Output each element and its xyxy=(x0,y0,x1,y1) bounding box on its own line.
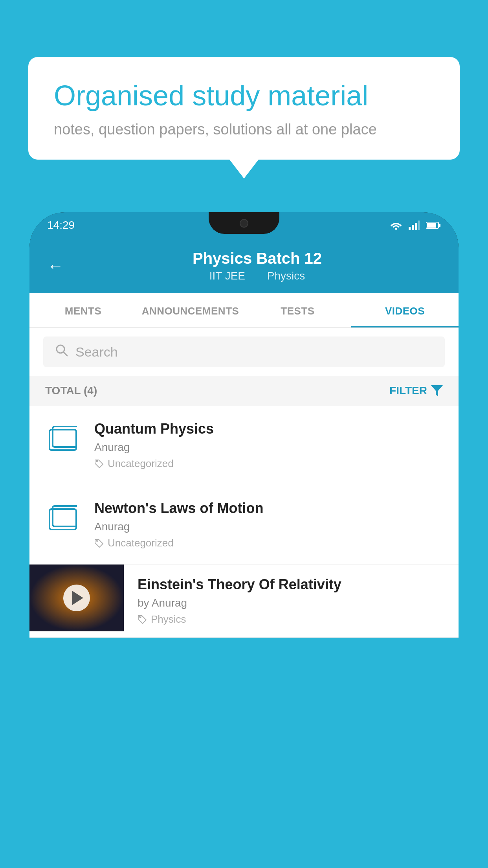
tag-icon xyxy=(138,615,147,624)
svg-rect-4 xyxy=(418,221,420,230)
item-text: Quantum Physics Anurag Uncategorized xyxy=(94,421,443,470)
item-title: Quantum Physics xyxy=(94,421,443,437)
item-tag-text: Uncategorized xyxy=(108,458,174,470)
header-subtitle-left: IIT JEE xyxy=(209,270,245,282)
tab-announcements[interactable]: ANNOUNCEMENTS xyxy=(137,293,244,327)
list-item[interactable]: Quantum Physics Anurag Uncategorized xyxy=(29,406,459,485)
play-triangle-icon xyxy=(72,591,83,605)
item-tag: Uncategorized xyxy=(94,537,443,549)
item-icon-wrap xyxy=(45,421,81,456)
item-tag-text: Physics xyxy=(151,613,186,625)
speech-bubble: Organised study material notes, question… xyxy=(28,57,460,160)
status-bar: 14:29 xyxy=(29,212,459,238)
video-item-text: Einstein's Theory Of Relativity by Anura… xyxy=(124,565,459,637)
bubble-title: Organised study material xyxy=(54,79,434,112)
video-thumbnail xyxy=(29,565,124,631)
content-list: Quantum Physics Anurag Uncategorized xyxy=(29,406,459,638)
svg-rect-6 xyxy=(438,224,440,227)
tag-icon xyxy=(94,539,104,548)
status-icons xyxy=(390,221,441,230)
header-title-group: Physics Batch 12 IIT JEE Physics xyxy=(73,250,441,282)
svg-point-0 xyxy=(395,228,397,230)
item-title: Einstein's Theory Of Relativity xyxy=(138,576,445,593)
phone-container: 14:29 xyxy=(29,212,459,868)
svg-marker-10 xyxy=(431,385,443,396)
filter-button[interactable]: FILTER xyxy=(389,384,443,397)
filter-bar: TOTAL (4) FILTER xyxy=(29,376,459,406)
phone-outer: 14:29 xyxy=(29,212,459,638)
item-author: Anurag xyxy=(94,441,443,454)
speech-bubble-container: Organised study material notes, question… xyxy=(28,57,460,160)
search-container: Search xyxy=(29,328,459,376)
play-button[interactable] xyxy=(63,585,90,611)
item-tag-text: Uncategorized xyxy=(108,537,174,549)
item-text: Newton's Laws of Motion Anurag Uncategor… xyxy=(94,500,443,549)
camera-dot xyxy=(240,219,248,228)
item-title: Newton's Laws of Motion xyxy=(94,500,443,517)
tab-ments[interactable]: MENTS xyxy=(29,293,137,327)
wifi-icon xyxy=(390,221,402,230)
svg-rect-2 xyxy=(412,225,414,230)
item-author: by Anurag xyxy=(138,597,445,609)
total-label: TOTAL (4) xyxy=(45,384,97,397)
search-placeholder: Search xyxy=(75,344,118,360)
header-subtitle-right: Physics xyxy=(267,270,305,282)
folder-icon xyxy=(49,504,77,532)
tab-videos[interactable]: VIDEOS xyxy=(351,293,459,327)
app-header: ← Physics Batch 12 IIT JEE Physics xyxy=(29,238,459,293)
item-tag: Uncategorized xyxy=(94,458,443,470)
search-icon xyxy=(55,344,68,360)
header-title: Physics Batch 12 xyxy=(73,250,441,267)
list-item-video[interactable]: Einstein's Theory Of Relativity by Anura… xyxy=(29,565,459,638)
status-time: 14:29 xyxy=(47,219,75,232)
folder-icon xyxy=(49,424,77,452)
svg-rect-7 xyxy=(427,223,436,228)
battery-icon xyxy=(426,221,441,229)
tag-icon xyxy=(94,459,104,469)
filter-icon xyxy=(431,385,443,396)
tabs-bar: MENTS ANNOUNCEMENTS TESTS VIDEOS xyxy=(29,293,459,328)
svg-rect-1 xyxy=(409,227,411,230)
header-subtitle: IIT JEE Physics xyxy=(73,270,441,282)
item-author: Anurag xyxy=(94,520,443,533)
item-icon-wrap xyxy=(45,500,81,535)
tab-tests[interactable]: TESTS xyxy=(244,293,351,327)
search-input-wrapper[interactable]: Search xyxy=(43,337,445,367)
item-tag: Physics xyxy=(138,613,445,625)
notch xyxy=(209,212,279,234)
filter-label: FILTER xyxy=(389,384,427,397)
list-item[interactable]: Newton's Laws of Motion Anurag Uncategor… xyxy=(29,485,459,565)
signal-icon xyxy=(409,221,420,230)
bubble-subtitle: notes, question papers, solutions all at… xyxy=(54,121,434,138)
back-button[interactable]: ← xyxy=(47,257,64,276)
svg-line-9 xyxy=(63,352,67,356)
svg-rect-3 xyxy=(415,223,417,230)
